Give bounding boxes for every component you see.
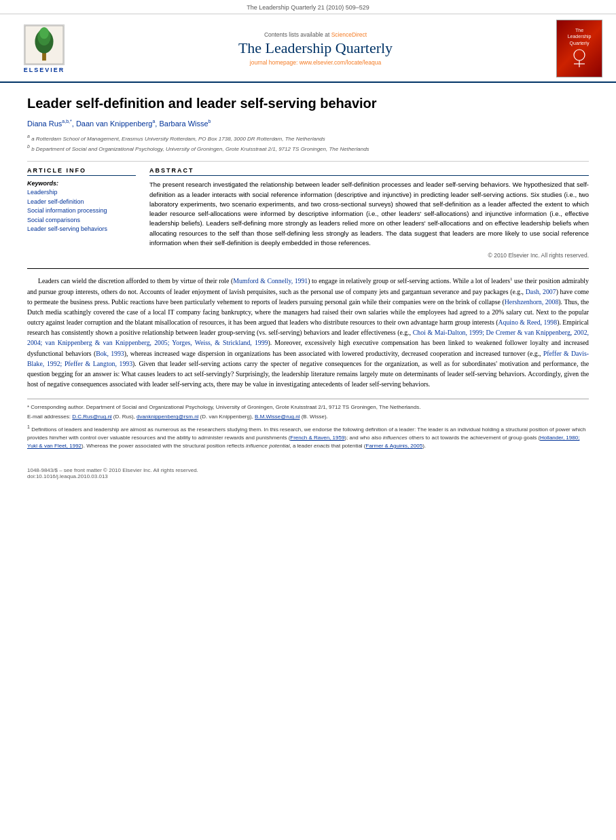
sciencedirect-link[interactable]: ScienceDirect [331,31,367,38]
keyword-4: Social comparisons [27,216,136,225]
footnotes-section: * Corresponding author. Department of So… [27,399,589,450]
keyword-1: Leadership [27,188,136,198]
sciencedirect-label: Contents lists available at [264,31,329,38]
abstract-column: ABSTRACT The present research investigat… [149,167,589,259]
svg-point-4 [39,26,49,38]
journal-citation: The Leadership Quarterly 21 (2010) 509–5… [0,0,616,14]
ref-farmer[interactable]: Farmer & Aguinis, 2005 [366,443,423,449]
footnote-1: 1 Definitions of leaders and leadership … [27,424,589,450]
journal-cover-image: TheLeadershipQuarterly [556,20,602,77]
corresponding-author-note: * Corresponding author. Department of So… [27,403,589,412]
elsevier-logo: ELSEVIER [14,24,75,73]
authors-line: Diana Rusa,b,*, Daan van Knippenberga, B… [27,118,589,129]
ref-aquino[interactable]: Aquino & Reed, 1998 [498,318,557,326]
two-column-section: ARTICLE INFO Keywords: Leadership Leader… [27,167,589,259]
journal-title: The Leadership Quarterly [75,40,556,56]
svg-rect-1 [42,52,46,60]
page-wrapper: The Leadership Quarterly 21 (2010) 509–5… [0,0,616,840]
keyword-2: Leader self-definition [27,198,136,207]
affiliation-a: a a Rotterdam School of Management, Eras… [27,133,589,143]
cover-text: TheLeadershipQuarterly [560,27,599,69]
article-info-header: ARTICLE INFO [27,167,136,176]
homepage-link[interactable]: journal homepage: www.elsevier.com/locat… [250,59,381,66]
article-info-column: ARTICLE INFO Keywords: Leadership Leader… [27,167,136,259]
ref-bok[interactable]: Bok, 1993 [96,350,124,357]
email-link-rus[interactable]: D.C.Rus@rug.nl [72,414,111,420]
copyright-notice: © 2010 Elsevier Inc. All rights reserved… [149,252,589,259]
keywords-label: Keywords: [27,180,136,187]
citation-text: The Leadership Quarterly 21 (2010) 509–5… [247,4,369,11]
author-diana: Diana Rus [27,120,62,128]
issn-line: 1048-9843/$ – see front matter © 2010 El… [27,467,589,473]
email-link-daan[interactable]: dvanknippenberg@rsm.nl [137,414,198,420]
svg-point-6 [574,50,585,60]
ref-dash[interactable]: Dash, 2007 [526,288,556,295]
elsevier-tree-image [24,24,65,65]
email-link-wisse[interactable]: B.M.Wisse@rug.nl [255,414,300,420]
elsevier-wordmark: ELSEVIER [24,67,65,73]
article-title: Leader self-definition and leader self-s… [27,95,589,111]
affiliation-b: b b Department of Social and Organizatio… [27,143,589,153]
abstract-header: ABSTRACT [149,167,589,176]
abstract-text: The present research investigated the re… [149,180,589,248]
main-content: Leader self-definition and leader self-s… [0,83,616,460]
body-paragraph-1: Leaders can wield the discretion afforde… [27,276,589,389]
journal-header: ELSEVIER Contents lists available at Sci… [0,14,616,83]
bottom-strip: 1048-9843/$ – see front matter © 2010 El… [0,467,616,479]
ref-hershzenhorn[interactable]: Hershzenhorn, 2008 [505,298,559,306]
ref-choi[interactable]: Choi & Mai-Dalton, 1999; De Cremer & van… [27,329,589,346]
keyword-3: Social information processing [27,206,136,216]
email-label: E-mail addresses: [27,414,71,420]
keyword-5: Leader self-serving behaviors [27,225,136,234]
journal-homepage: journal homepage: www.elsevier.com/locat… [75,59,556,66]
sciencedirect-line: Contents lists available at ScienceDirec… [75,31,556,38]
journal-center: Contents lists available at ScienceDirec… [75,31,556,65]
divider [27,161,589,162]
body-text-section: Leaders can wield the discretion afforde… [27,268,589,389]
email-note: E-mail addresses: D.C.Rus@rug.nl (D. Rus… [27,413,589,421]
affiliations: a a Rotterdam School of Management, Eras… [27,133,589,153]
keywords-list: Leadership Leader self-definition Social… [27,188,136,234]
ref-mumford[interactable]: Mumford & Connelly, 1991 [233,277,308,285]
ref-french[interactable]: French & Raven, 1959 [290,435,344,441]
affiliation-a-text: a Rotterdam School of Management, Erasmu… [31,136,325,142]
author-barbara: Barbara Wisse [159,120,208,128]
doi-line: doi:10.1016/j.leaqua.2010.03.013 [27,473,589,479]
author-daan: Daan van Knippenberg [76,120,153,128]
corresponding-author-text: * Corresponding author. Department of So… [27,404,420,410]
affiliation-b-text: b Department of Social and Organizationa… [31,145,369,151]
